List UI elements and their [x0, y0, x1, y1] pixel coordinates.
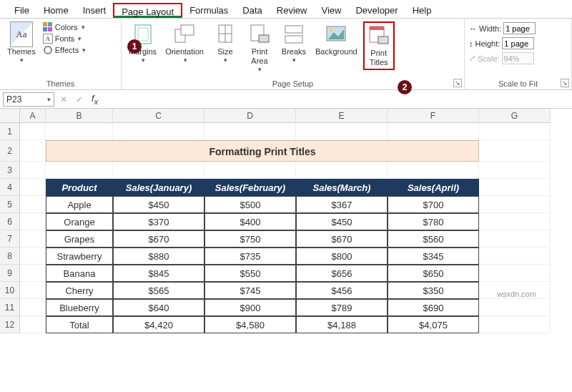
cell[interactable]: $456	[296, 282, 388, 299]
tab-home[interactable]: Home	[36, 3, 76, 18]
cell[interactable]: $845	[113, 265, 204, 282]
cell[interactable]: $900	[204, 299, 296, 316]
cell[interactable]	[20, 248, 46, 265]
cell[interactable]	[46, 162, 113, 179]
cell[interactable]: $656	[296, 265, 388, 282]
cell[interactable]: $800	[296, 248, 388, 265]
cell[interactable]: Sales(March)	[296, 179, 388, 196]
row-header[interactable]: 8	[0, 248, 20, 265]
cell[interactable]	[20, 196, 46, 213]
cell[interactable]: $670	[113, 230, 204, 248]
column-header[interactable]: A	[20, 109, 46, 123]
cell[interactable]	[20, 213, 46, 230]
orientation-button[interactable]: Orientation▾	[162, 21, 207, 66]
print-titles-button[interactable]: Print Titles	[363, 21, 395, 70]
cell[interactable]: $367	[296, 196, 388, 213]
row-header[interactable]: 4	[0, 179, 20, 196]
row-header[interactable]: 11	[0, 299, 20, 316]
cell[interactable]: Blueberry	[46, 299, 113, 316]
cell[interactable]	[479, 140, 551, 162]
cell[interactable]	[388, 123, 479, 140]
cell[interactable]: $700	[388, 196, 479, 213]
cell[interactable]: $650	[388, 265, 479, 282]
row-header[interactable]: 9	[0, 265, 20, 282]
tab-developer[interactable]: Developer	[348, 3, 405, 18]
height-input[interactable]	[502, 37, 534, 49]
cell[interactable]	[296, 162, 388, 179]
cell[interactable]	[479, 265, 551, 282]
column-header[interactable]: G	[479, 109, 551, 123]
cell[interactable]	[113, 123, 204, 140]
fx-icon[interactable]: fx	[89, 93, 101, 106]
cell[interactable]: Sales(April)	[388, 179, 479, 196]
cell[interactable]: $735	[204, 248, 296, 265]
row-header[interactable]: 6	[0, 213, 20, 230]
cell[interactable]: $560	[388, 230, 479, 248]
cell[interactable]: $880	[113, 248, 204, 265]
cell[interactable]: Grapes	[46, 230, 113, 248]
cell[interactable]	[46, 123, 113, 140]
cell[interactable]	[20, 282, 46, 299]
tab-insert[interactable]: Insert	[76, 3, 114, 18]
tab-formulas[interactable]: Formulas	[182, 3, 235, 18]
tab-review[interactable]: Review	[270, 3, 315, 18]
cell[interactable]: $745	[204, 282, 296, 299]
column-header[interactable]: B	[46, 109, 113, 123]
cell[interactable]: $500	[204, 196, 296, 213]
cell[interactable]: $640	[113, 299, 204, 316]
cell[interactable]	[479, 196, 551, 213]
themes-button[interactable]: Aa Themes ▾	[4, 21, 39, 66]
cell[interactable]: Total	[46, 316, 113, 333]
tab-view[interactable]: View	[314, 3, 348, 18]
cell[interactable]: $565	[113, 282, 204, 299]
row-header[interactable]: 7	[0, 230, 20, 248]
scale-launcher[interactable]: ↘	[561, 79, 569, 87]
name-box[interactable]: P23 ▾	[3, 92, 54, 107]
cell[interactable]: $345	[388, 248, 479, 265]
breaks-button[interactable]: Breaks▾	[278, 21, 310, 66]
cell[interactable]: $370	[113, 213, 204, 230]
cell[interactable]	[20, 123, 46, 140]
cell[interactable]: $670	[296, 230, 388, 248]
tab-data[interactable]: Data	[235, 3, 269, 18]
cell[interactable]: $400	[204, 213, 296, 230]
cell[interactable]	[204, 162, 296, 179]
effects-button[interactable]: Effects▾	[43, 44, 86, 56]
cell[interactable]	[20, 162, 46, 179]
cell[interactable]	[20, 140, 46, 162]
cell[interactable]	[20, 299, 46, 316]
cell[interactable]: $550	[204, 265, 296, 282]
cell[interactable]: $750	[204, 230, 296, 248]
cell[interactable]: $350	[388, 282, 479, 299]
cell[interactable]: $690	[388, 299, 479, 316]
cell[interactable]: $789	[296, 299, 388, 316]
row-header[interactable]: 2	[0, 140, 20, 162]
colors-button[interactable]: Colors▾	[43, 21, 86, 33]
cell[interactable]: $4,188	[296, 316, 388, 333]
cell[interactable]	[479, 213, 551, 230]
worksheet[interactable]: ABCDEFG 12Formatting Print Titles34Produ…	[0, 109, 572, 333]
cell[interactable]: Formatting Print Titles	[46, 140, 479, 162]
cell[interactable]: $450	[113, 196, 204, 213]
cell[interactable]: $4,075	[388, 316, 479, 333]
cell[interactable]	[479, 123, 551, 140]
cell[interactable]	[20, 265, 46, 282]
row-header[interactable]: 1	[0, 123, 20, 140]
cell[interactable]	[20, 230, 46, 248]
tab-help[interactable]: Help	[405, 3, 439, 18]
cell[interactable]: Strawberry	[46, 248, 113, 265]
cell[interactable]: Banana	[46, 265, 113, 282]
cell[interactable]: Orange	[46, 213, 113, 230]
cell[interactable]	[479, 248, 551, 265]
cell[interactable]	[479, 299, 551, 316]
cell[interactable]: Cherry	[46, 282, 113, 299]
cell[interactable]	[20, 316, 46, 333]
print-area-button[interactable]: Print Area▾	[244, 21, 275, 75]
cell[interactable]: $780	[388, 213, 479, 230]
cell[interactable]	[479, 316, 551, 333]
background-button[interactable]: Background	[312, 21, 360, 58]
row-header[interactable]: 5	[0, 196, 20, 213]
cell[interactable]	[20, 179, 46, 196]
cell[interactable]: Product	[46, 179, 113, 196]
cell[interactable]	[479, 179, 551, 196]
